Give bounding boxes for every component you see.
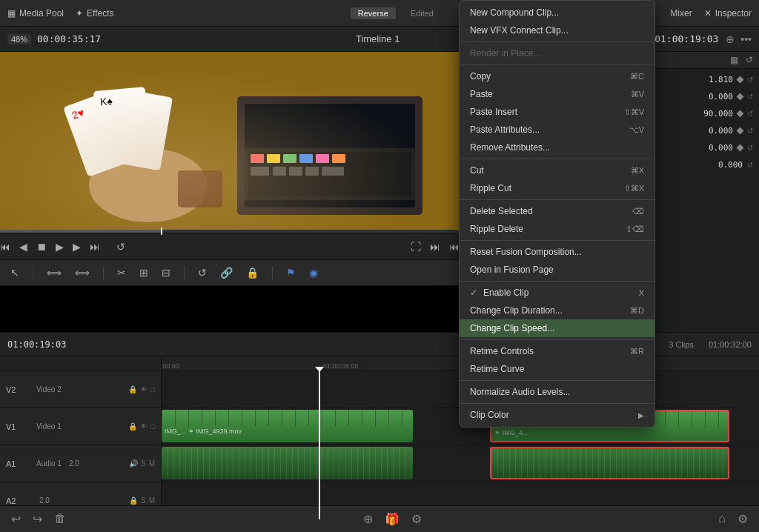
menu-new-vfx-clip[interactable]: New VFX Connect Clip... [460, 21, 654, 39]
undo-btn[interactable]: ↩ [11, 512, 21, 526]
track-lock-v1[interactable]: 🔒 [128, 422, 137, 430]
reset-1[interactable]: ↺ [747, 76, 753, 84]
next-clip-btn[interactable]: ⏭ [430, 241, 440, 253]
clip-a1-2[interactable]: ⚭ IMG_4... [490, 447, 729, 479]
fullscreen-btn[interactable]: ⛶ [411, 241, 421, 253]
playhead[interactable] [319, 371, 320, 519]
track-eye-a2[interactable]: S [141, 496, 146, 505]
join-btn[interactable]: ⊟ [159, 265, 173, 280]
reset-4[interactable]: ↺ [747, 127, 753, 135]
menu-shortcut-paste-attr: ⌥V [629, 125, 644, 135]
clip-count: 3 Clips [669, 340, 694, 349]
menu-change-speed[interactable]: Change Clip Speed... [460, 319, 654, 337]
link-btn[interactable]: 🔗 [217, 265, 236, 280]
lock-btn[interactable]: 🔒 [243, 265, 262, 280]
keyframe-diamond-4[interactable] [737, 127, 744, 135]
keyframe-diamond-2[interactable] [737, 93, 744, 101]
media-pool-btn[interactable]: ▦ Media Pool [7, 8, 64, 19]
inspector-grid-icon[interactable]: ▦ [730, 55, 738, 65]
keyframe-diamond-1[interactable] [737, 76, 744, 84]
playhead-triangle [315, 367, 324, 372]
progress-bar[interactable] [0, 230, 460, 233]
menu-normalize-audio[interactable]: Normalize Audio Levels... [460, 383, 654, 401]
mixer-btn[interactable]: Mixer [670, 8, 692, 19]
menu-delete-selected[interactable]: Delete Selected ⌫ [460, 202, 654, 220]
menu-retime-curve[interactable]: Retime Curve [460, 360, 654, 378]
menu-item-label-paste-insert: Paste Insert [470, 107, 517, 117]
menu-item-label-1: New VFX Connect Clip... [470, 25, 569, 36]
loop-btn[interactable]: ↺ [116, 241, 125, 253]
menu-ripple-delete[interactable]: Ripple Delete ⇧⌫ [460, 220, 654, 238]
step-forward-btn[interactable]: ▶ [73, 241, 81, 253]
stop-btn[interactable]: ⏹ [36, 241, 47, 253]
track-lock-a2[interactable]: 🔒 [129, 496, 138, 505]
track-solo-v1[interactable]: □ [150, 422, 155, 430]
edited-label: Edited [411, 9, 434, 18]
inspector-reset-icon[interactable]: ↺ [746, 55, 753, 65]
inspector-btn[interactable]: ✕ Inspector [704, 8, 752, 19]
menu-cut[interactable]: Cut ⌘X [460, 162, 654, 179]
track-name-v2: Video 2 [36, 385, 62, 393]
prev-clip-btn[interactable]: ⏮ [449, 241, 460, 253]
step-back-btn[interactable]: ◀ [19, 241, 27, 253]
track-solo-v2[interactable]: □ [150, 385, 155, 393]
redo-btn[interactable]: ↪ [33, 512, 42, 526]
track-eye-v1[interactable]: 👁 [140, 422, 148, 430]
menu-new-compound-clip[interactable]: New Compound Clip... [460, 4, 654, 21]
effects-btn[interactable]: ✦ Effects [76, 8, 113, 19]
track-lock-v2[interactable]: 🔒 [128, 385, 137, 393]
menu-shortcut-delete: ⌫ [632, 207, 644, 216]
track-eye-v2[interactable]: 👁 [140, 385, 148, 393]
menu-paste[interactable]: Paste ⌘V [460, 85, 654, 103]
reverse-btn[interactable]: Reverse [351, 7, 396, 19]
reset-5[interactable]: ↺ [747, 144, 753, 152]
flag-btn[interactable]: ⚑ [283, 265, 299, 280]
zoom-level[interactable]: 48% [7, 34, 31, 44]
bottom-icons-left: ↩ ↪ 🗑 [11, 512, 66, 526]
track-body-a1[interactable]: IMG_... ⚭ IMG_4939.mov ⚭ IMG_4... [162, 445, 759, 482]
menu-ripple-cut[interactable]: Ripple Cut ⇧⌘X [460, 179, 654, 197]
track-solo-a1-btn[interactable]: S [141, 459, 146, 468]
menu-remove-attributes[interactable]: Remove Attributes... [460, 139, 654, 156]
skip-to-start-btn[interactable]: ⏮ [0, 241, 10, 253]
gift-icon[interactable]: 🎁 [385, 512, 400, 526]
menu-open-fusion[interactable]: Open in Fusion Page [460, 261, 654, 279]
reset-3[interactable]: ↺ [747, 110, 753, 118]
menu-change-duration[interactable]: Change Clip Duration... ⌘D [460, 302, 654, 319]
split-btn[interactable]: ⊞ [136, 265, 151, 280]
keyframe-diamond-3[interactable] [737, 110, 744, 118]
menu-copy[interactable]: Copy ⌘C [460, 67, 654, 85]
clip-a1-1[interactable]: IMG_... ⚭ IMG_4939.mov [162, 447, 413, 479]
track-monitor-a1[interactable]: M [149, 459, 155, 468]
menu-reset-fusion[interactable]: Reset Fusion Composition... [460, 243, 654, 261]
retime-btn[interactable]: ↺ [195, 265, 210, 280]
viewer-options-icon[interactable]: ⊕ [726, 33, 735, 45]
skip-to-end-btn[interactable]: ⏭ [90, 241, 100, 253]
marker-btn[interactable]: ◉ [306, 265, 321, 280]
menu-clip-color[interactable]: Clip Color ▶ [460, 406, 654, 424]
settings-icon-bottom[interactable]: ⚙ [411, 512, 422, 526]
center-icon[interactable]: ⊕ [363, 512, 373, 526]
clip-v1-1[interactable]: IMG_... ⚭ IMG_4939.mov [162, 410, 413, 442]
track-mute-a1[interactable]: 🔊 [129, 459, 138, 468]
menu-enable-clip[interactable]: ✓ Enable Clip X [460, 284, 654, 302]
delete-btn[interactable]: 🗑 [54, 512, 66, 526]
blade-tool-btn[interactable]: ✂ [114, 265, 129, 280]
slip-tool-btn[interactable]: ⟺ [72, 265, 93, 280]
track-solo-a2-btn[interactable]: M [149, 496, 155, 505]
select-tool-btn[interactable]: ↖ [7, 265, 22, 280]
tools-btn[interactable]: ⚙ [738, 512, 748, 526]
reset-2[interactable]: ↺ [747, 93, 753, 101]
menu-item-label-ripple-cut: Ripple Cut [470, 183, 511, 193]
trim-tool-btn[interactable]: ⟺ [44, 265, 64, 280]
reset-6[interactable]: ↺ [747, 161, 753, 169]
menu-retime-controls[interactable]: Retime Controls ⌘R [460, 342, 654, 360]
menu-paste-insert[interactable]: Paste Insert ⇧⌘V [460, 103, 654, 121]
menu-item-label-retime-curve: Retime Curve [470, 364, 524, 374]
viewer-more-icon[interactable]: ••• [740, 33, 752, 45]
menu-paste-attributes[interactable]: Paste Attributes... ⌥V [460, 121, 654, 139]
home-btn[interactable]: ⌂ [718, 512, 726, 526]
effects-icon: ✦ [76, 8, 83, 19]
play-btn[interactable]: ▶ [56, 241, 64, 253]
keyframe-diamond-5[interactable] [737, 144, 744, 152]
